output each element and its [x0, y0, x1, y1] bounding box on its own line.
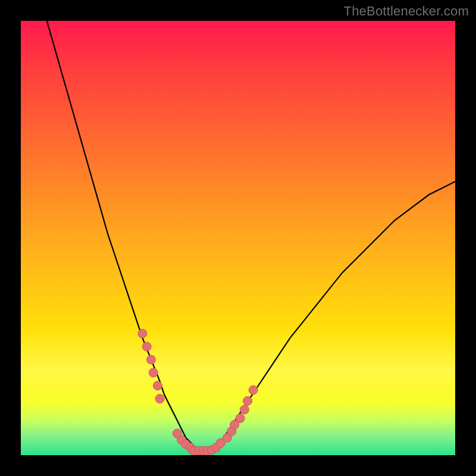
- scatter-dot: [155, 394, 164, 403]
- scatter-dot: [177, 436, 186, 444]
- scatter-dot: [243, 396, 252, 405]
- scatter-dot: [223, 433, 231, 442]
- scatter-dot: [188, 446, 197, 455]
- scatter-dot: [190, 446, 199, 455]
- scatter-dot: [212, 443, 221, 452]
- scatter-dot: [208, 446, 217, 455]
- scatter-dot: [147, 355, 156, 364]
- scatter-dot: [195, 446, 203, 455]
- scatter-dot: [149, 368, 158, 377]
- chart-svg: [21, 21, 455, 455]
- scatter-dot: [240, 405, 249, 414]
- plot-area: [21, 21, 455, 455]
- scatter-dots: [138, 329, 258, 455]
- scatter-dot: [142, 342, 151, 351]
- bottleneck-curve: [47, 21, 455, 451]
- scatter-dot: [249, 386, 258, 394]
- curve-path: [47, 21, 455, 451]
- highlight-band: [21, 330, 455, 402]
- scatter-dot: [203, 446, 212, 455]
- scatter-dot: [227, 427, 236, 436]
- scatter-dot: [186, 443, 195, 452]
- scatter-dot: [173, 429, 181, 438]
- scatter-dot: [199, 446, 208, 455]
- watermark-label: TheBottlenecker.com: [344, 4, 469, 19]
- scatter-dot: [138, 329, 147, 338]
- scatter-dot: [153, 381, 162, 390]
- scatter-dot: [236, 414, 245, 423]
- chart-frame: TheBottlenecker.com: [0, 0, 476, 476]
- scatter-dot: [216, 439, 225, 447]
- scatter-dot: [230, 420, 239, 429]
- scatter-dot: [181, 440, 190, 449]
